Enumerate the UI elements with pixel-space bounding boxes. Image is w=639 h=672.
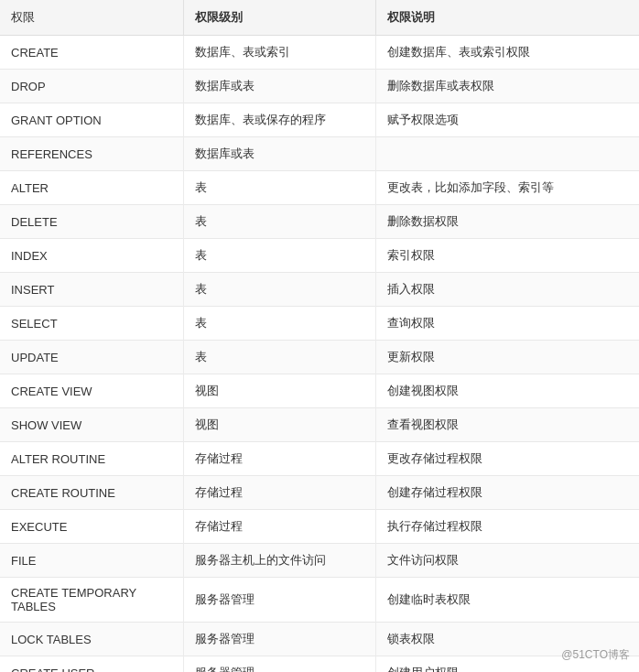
table-row: CREATE USER服务器管理创建用户权限	[0, 656, 639, 673]
cell-level: 表	[183, 307, 375, 341]
cell-level: 表	[183, 205, 375, 239]
cell-privilege: ALTER	[0, 171, 183, 205]
table-row: LOCK TABLES服务器管理锁表权限	[0, 623, 639, 656]
header-privilege: 权限	[0, 0, 183, 36]
cell-description: 创建视图权限	[375, 374, 639, 408]
table-row: UPDATE表更新权限	[0, 341, 639, 374]
cell-level: 服务器管理	[183, 578, 375, 623]
cell-privilege: GRANT OPTION	[0, 103, 183, 137]
cell-level: 表	[183, 273, 375, 307]
cell-privilege: CREATE	[0, 36, 183, 70]
cell-privilege: SHOW VIEW	[0, 408, 183, 442]
cell-privilege: DELETE	[0, 205, 183, 239]
table-row: INDEX表索引权限	[0, 239, 639, 273]
cell-privilege: UPDATE	[0, 341, 183, 374]
table-row: GRANT OPTION数据库、表或保存的程序赋予权限选项	[0, 103, 639, 137]
cell-description: 创建数据库、表或索引权限	[375, 36, 639, 70]
cell-description: 删除数据权限	[375, 205, 639, 239]
cell-privilege: CREATE VIEW	[0, 374, 183, 408]
cell-privilege: CREATE USER	[0, 656, 183, 673]
cell-level: 数据库或表	[183, 70, 375, 103]
watermark-text: @51CTO博客	[561, 647, 630, 663]
cell-description: 赋予权限选项	[375, 103, 639, 137]
table-row: CREATE VIEW视图创建视图权限	[0, 374, 639, 408]
cell-level: 表	[183, 341, 375, 374]
table-row: ALTER ROUTINE存储过程更改存储过程权限	[0, 442, 639, 476]
cell-privilege: ALTER ROUTINE	[0, 442, 183, 476]
cell-description: 更改表，比如添加字段、索引等	[375, 171, 639, 205]
table-row: CREATE ROUTINE存储过程创建存储过程权限	[0, 476, 639, 510]
table-row: FILE服务器主机上的文件访问文件访问权限	[0, 544, 639, 578]
header-level: 权限级别	[183, 0, 375, 36]
cell-level: 表	[183, 239, 375, 273]
cell-privilege: SELECT	[0, 307, 183, 341]
cell-level: 数据库或表	[183, 137, 375, 171]
cell-privilege: INSERT	[0, 273, 183, 307]
cell-level: 服务器管理	[183, 656, 375, 673]
cell-privilege: CREATE ROUTINE	[0, 476, 183, 510]
table-row: CREATE数据库、表或索引创建数据库、表或索引权限	[0, 36, 639, 70]
table-row: REFERENCES数据库或表	[0, 137, 639, 171]
cell-privilege: CREATE TEMPORARY TABLES	[0, 578, 183, 623]
table-row: ALTER表更改表，比如添加字段、索引等	[0, 171, 639, 205]
cell-description: 删除数据库或表权限	[375, 70, 639, 103]
cell-description: 索引权限	[375, 239, 639, 273]
cell-level: 存储过程	[183, 510, 375, 544]
table-row: SELECT表查询权限	[0, 307, 639, 341]
table-row: CREATE TEMPORARY TABLES服务器管理创建临时表权限	[0, 578, 639, 623]
cell-level: 视图	[183, 408, 375, 442]
cell-privilege: DROP	[0, 70, 183, 103]
cell-description: 文件访问权限	[375, 544, 639, 578]
privileges-table: 权限 权限级别 权限说明 CREATE数据库、表或索引创建数据库、表或索引权限D…	[0, 0, 639, 672]
cell-description: 创建存储过程权限	[375, 476, 639, 510]
header-description: 权限说明	[375, 0, 639, 36]
cell-description: 创建临时表权限	[375, 578, 639, 623]
cell-privilege: EXECUTE	[0, 510, 183, 544]
cell-privilege: INDEX	[0, 239, 183, 273]
cell-privilege: FILE	[0, 544, 183, 578]
cell-description: 执行存储过程权限	[375, 510, 639, 544]
cell-level: 存储过程	[183, 442, 375, 476]
cell-description: 插入权限	[375, 273, 639, 307]
table-row: DELETE表删除数据权限	[0, 205, 639, 239]
cell-level: 表	[183, 171, 375, 205]
cell-level: 服务器主机上的文件访问	[183, 544, 375, 578]
cell-level: 服务器管理	[183, 623, 375, 656]
cell-description: 查看视图权限	[375, 408, 639, 442]
cell-level: 存储过程	[183, 476, 375, 510]
table-row: SHOW VIEW视图查看视图权限	[0, 408, 639, 442]
cell-description: 更新权限	[375, 341, 639, 374]
cell-description: 查询权限	[375, 307, 639, 341]
table-row: EXECUTE存储过程执行存储过程权限	[0, 510, 639, 544]
table-row: DROP数据库或表删除数据库或表权限	[0, 70, 639, 103]
cell-description	[375, 137, 639, 171]
cell-level: 数据库、表或索引	[183, 36, 375, 70]
cell-description: 更改存储过程权限	[375, 442, 639, 476]
cell-privilege: LOCK TABLES	[0, 623, 183, 656]
cell-level: 数据库、表或保存的程序	[183, 103, 375, 137]
table-row: INSERT表插入权限	[0, 273, 639, 307]
cell-level: 视图	[183, 374, 375, 408]
table-header-row: 权限 权限级别 权限说明	[0, 0, 639, 36]
cell-privilege: REFERENCES	[0, 137, 183, 171]
